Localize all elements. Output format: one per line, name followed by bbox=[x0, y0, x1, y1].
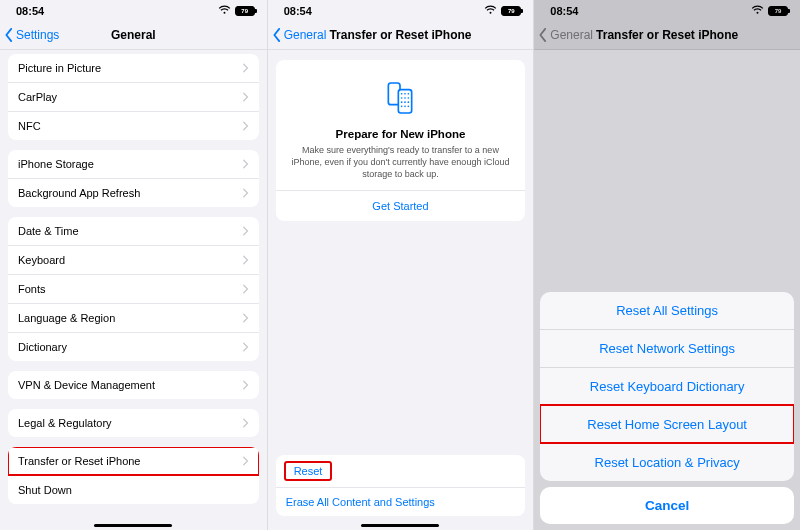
status-bar: 08:54 79 bbox=[268, 0, 534, 20]
status-bar: 08:54 79 bbox=[0, 0, 267, 20]
action-sheet-cancel[interactable]: Cancel bbox=[540, 487, 794, 524]
row-legal[interactable]: Legal & Regulatory bbox=[8, 409, 259, 437]
option-reset-network[interactable]: Reset Network Settings bbox=[540, 329, 794, 367]
chevron-right-icon bbox=[243, 121, 249, 131]
chevron-right-icon bbox=[243, 456, 249, 466]
row-nfc[interactable]: NFC bbox=[8, 111, 259, 140]
screen-transfer-reset: 08:54 79 General Transfer or Reset iPhon… bbox=[267, 0, 534, 530]
row-fonts[interactable]: Fonts bbox=[8, 274, 259, 303]
option-reset-home-screen[interactable]: Reset Home Screen Layout bbox=[540, 405, 794, 443]
group-storage: iPhone Storage Background App Refresh bbox=[8, 150, 259, 207]
row-reset[interactable]: Reset bbox=[276, 455, 526, 487]
row-transfer-reset[interactable]: Transfer or Reset iPhone bbox=[8, 447, 259, 475]
prepare-card: Prepare for New iPhone Make sure everyth… bbox=[276, 60, 526, 221]
svg-point-8 bbox=[401, 101, 403, 103]
group-media: Picture in Picture CarPlay NFC bbox=[8, 54, 259, 140]
row-shut-down[interactable]: Shut Down bbox=[8, 475, 259, 504]
status-time: 08:54 bbox=[284, 5, 312, 17]
chevron-right-icon bbox=[243, 418, 249, 428]
chevron-right-icon bbox=[243, 342, 249, 352]
page-title: General bbox=[111, 28, 156, 42]
card-body: Make sure everything's ready to transfer… bbox=[290, 144, 512, 180]
get-started-button[interactable]: Get Started bbox=[276, 190, 526, 221]
row-iphone-storage[interactable]: iPhone Storage bbox=[8, 150, 259, 178]
svg-point-2 bbox=[401, 93, 403, 95]
group-locale: Date & Time Keyboard Fonts Language & Re… bbox=[8, 217, 259, 361]
chevron-right-icon bbox=[243, 380, 249, 390]
option-reset-keyboard-dict[interactable]: Reset Keyboard Dictionary bbox=[540, 367, 794, 405]
svg-point-13 bbox=[408, 106, 410, 108]
svg-point-4 bbox=[408, 93, 410, 95]
svg-point-9 bbox=[405, 101, 407, 103]
row-erase-all[interactable]: Erase All Content and Settings bbox=[276, 487, 526, 516]
settings-scroll[interactable]: Picture in Picture CarPlay NFC iPhone St… bbox=[0, 50, 267, 530]
status-right: 79 bbox=[218, 5, 255, 17]
row-picture-in-picture[interactable]: Picture in Picture bbox=[8, 54, 259, 82]
page-title: Transfer or Reset iPhone bbox=[329, 28, 471, 42]
chevron-right-icon bbox=[243, 63, 249, 73]
chevron-right-icon bbox=[243, 188, 249, 198]
svg-point-7 bbox=[408, 97, 410, 99]
status-time: 08:54 bbox=[16, 5, 44, 17]
back-button[interactable]: Settings bbox=[4, 28, 59, 42]
navbar: Settings General bbox=[0, 20, 267, 50]
svg-point-11 bbox=[401, 106, 403, 108]
navbar: General Transfer or Reset iPhone bbox=[268, 20, 534, 50]
back-button[interactable]: General bbox=[272, 28, 327, 42]
svg-point-12 bbox=[405, 106, 407, 108]
battery-icon: 79 bbox=[501, 6, 521, 16]
svg-point-3 bbox=[405, 93, 407, 95]
home-indicator[interactable] bbox=[361, 524, 439, 528]
svg-point-6 bbox=[405, 97, 407, 99]
action-sheet: Reset All Settings Reset Network Setting… bbox=[540, 292, 794, 524]
svg-point-10 bbox=[408, 101, 410, 103]
action-sheet-options: Reset All Settings Reset Network Setting… bbox=[540, 292, 794, 481]
row-dictionary[interactable]: Dictionary bbox=[8, 332, 259, 361]
row-carplay[interactable]: CarPlay bbox=[8, 82, 259, 111]
card-title: Prepare for New iPhone bbox=[290, 128, 512, 140]
row-date-time[interactable]: Date & Time bbox=[8, 217, 259, 245]
chevron-right-icon bbox=[243, 92, 249, 102]
chevron-right-icon bbox=[243, 226, 249, 236]
chevron-right-icon bbox=[243, 255, 249, 265]
back-label: General bbox=[284, 28, 327, 42]
group-vpn: VPN & Device Management bbox=[8, 371, 259, 399]
chevron-right-icon bbox=[243, 159, 249, 169]
chevron-right-icon bbox=[243, 284, 249, 294]
phones-icon bbox=[380, 78, 420, 118]
home-indicator[interactable] bbox=[94, 524, 172, 528]
screen-general: 08:54 79 Settings General Picture in Pic… bbox=[0, 0, 267, 530]
status-right: 79 bbox=[484, 5, 521, 17]
option-reset-location-privacy[interactable]: Reset Location & Privacy bbox=[540, 443, 794, 481]
svg-point-5 bbox=[401, 97, 403, 99]
row-language-region[interactable]: Language & Region bbox=[8, 303, 259, 332]
row-keyboard[interactable]: Keyboard bbox=[8, 245, 259, 274]
back-label: Settings bbox=[16, 28, 59, 42]
option-reset-all-settings[interactable]: Reset All Settings bbox=[540, 292, 794, 329]
bottom-actions: Reset Erase All Content and Settings bbox=[276, 455, 526, 516]
row-vpn-device-mgmt[interactable]: VPN & Device Management bbox=[8, 371, 259, 399]
screen-reset-actionsheet: 08:54 79 General Transfer or Reset iPhon… bbox=[533, 0, 800, 530]
chevron-right-icon bbox=[243, 313, 249, 323]
wifi-icon bbox=[218, 5, 231, 17]
group-reset: Transfer or Reset iPhone Shut Down bbox=[8, 447, 259, 504]
battery-icon: 79 bbox=[235, 6, 255, 16]
wifi-icon bbox=[484, 5, 497, 17]
group-legal: Legal & Regulatory bbox=[8, 409, 259, 437]
row-bg-app-refresh[interactable]: Background App Refresh bbox=[8, 178, 259, 207]
